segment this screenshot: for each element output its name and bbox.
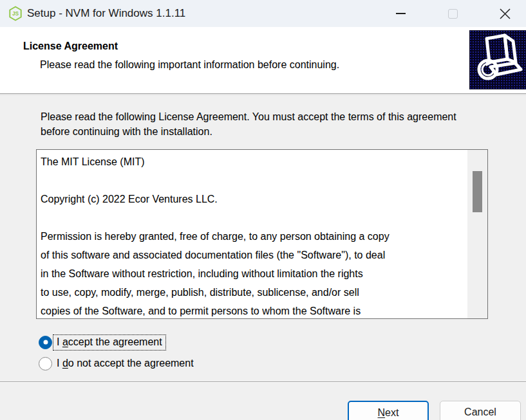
svg-text:JS: JS <box>12 11 19 17</box>
radio-accept-agreement[interactable]: I accept the agreement <box>39 334 165 351</box>
license-textbox[interactable]: The MIT License (MIT) Copyright (c) 2022… <box>36 149 488 319</box>
close-button[interactable] <box>485 0 525 27</box>
minimize-icon <box>396 13 406 14</box>
scrollbar-thumb[interactable] <box>473 171 482 212</box>
radio-accept-label: I accept the agreement <box>53 335 165 350</box>
minimize-button[interactable] <box>380 0 420 27</box>
page-subtitle: Please read the following important info… <box>40 59 339 71</box>
maximize-icon <box>448 9 458 19</box>
license-scrollbar[interactable] <box>467 150 487 318</box>
nodejs-logo-icon: JS <box>8 6 23 21</box>
next-button[interactable]: Next <box>348 401 429 420</box>
window-title: Setup - NVM for Windows 1.1.11 <box>27 0 185 27</box>
radio-decline-agreement[interactable]: I do not accept the agreement <box>39 355 197 372</box>
wizard-header: License Agreement Please read the follow… <box>0 27 526 94</box>
maximize-button[interactable] <box>433 0 473 27</box>
radio-decline-label: I do not accept the agreement <box>53 356 197 371</box>
titlebar: JS Setup - NVM for Windows 1.1.11 <box>0 0 526 27</box>
page-title: License Agreement <box>23 41 118 52</box>
footer-bar: Next Cancel <box>0 381 526 420</box>
license-instruction-text: Please read the following License Agreem… <box>41 109 462 139</box>
cancel-button[interactable]: Cancel <box>440 401 521 420</box>
radio-selected-icon <box>39 336 52 349</box>
close-icon <box>500 8 511 19</box>
installer-computer-icon <box>469 30 526 89</box>
license-text: The MIT License (MIT) Copyright (c) 2022… <box>41 152 465 317</box>
radio-unselected-icon <box>39 357 52 370</box>
